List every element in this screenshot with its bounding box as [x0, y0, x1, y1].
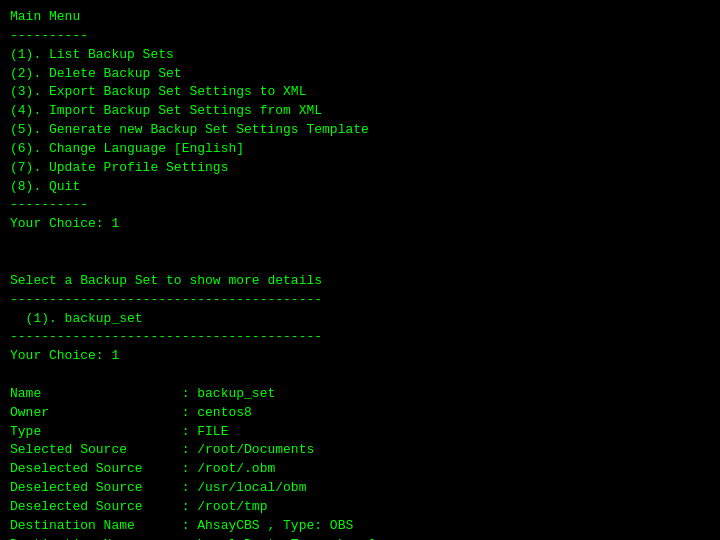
terminal-output: Main Menu ---------- (1). List Backup Se… [10, 8, 710, 540]
